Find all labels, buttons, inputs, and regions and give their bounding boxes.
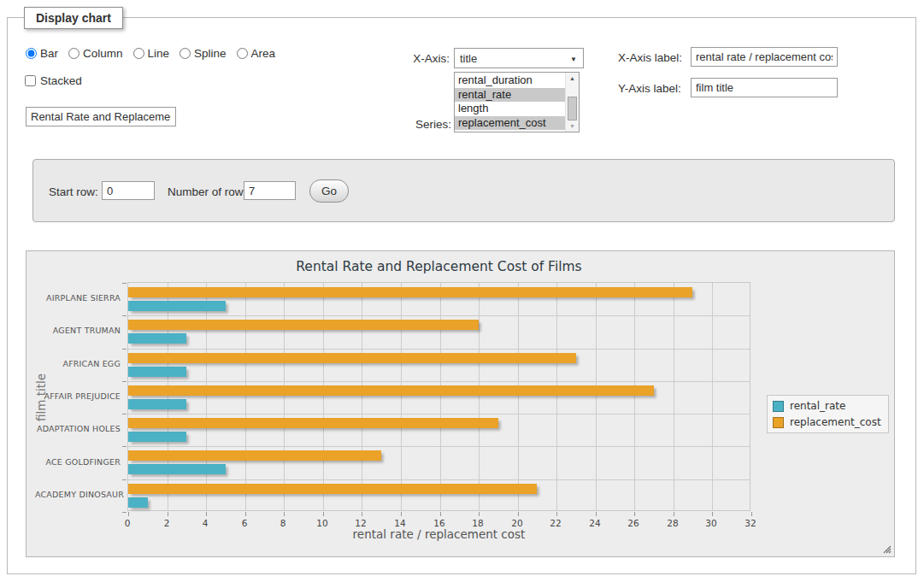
category-label: ADAPTATION HOLES <box>35 424 121 433</box>
chart-type-label: Line <box>148 47 170 60</box>
gridline-vertical <box>284 283 285 510</box>
x-axis-tick <box>712 512 713 516</box>
stacked-checkbox-row[interactable]: Stacked <box>25 74 82 87</box>
bar-replacement_cost <box>128 385 654 396</box>
chart-title-input[interactable] <box>26 107 176 126</box>
chart-type-label: Spline <box>194 47 227 60</box>
series-options: rental_durationrental_ratelengthreplacem… <box>455 73 565 130</box>
y-axis-tick <box>122 479 127 480</box>
y-axis-tick <box>122 283 127 284</box>
bar-replacement_cost <box>128 353 576 363</box>
series-option-rental_rate[interactable]: rental_rate <box>455 88 565 103</box>
chart-type-option-spline[interactable]: Spline <box>180 47 227 60</box>
resize-grip-icon[interactable] <box>881 544 892 554</box>
x-axis-tick <box>596 512 597 516</box>
category-label: AFRICAN EGG <box>35 359 121 368</box>
x-axis-select[interactable]: title ▼ <box>454 48 584 68</box>
x-axis-tick <box>245 512 246 516</box>
gridline-horizontal <box>128 315 750 316</box>
x-axis-label-input[interactable] <box>691 47 838 67</box>
gridline-horizontal <box>128 479 750 480</box>
gridline-vertical <box>596 283 597 510</box>
x-axis-tick <box>128 512 129 516</box>
category-label: ACE GOLDFINGER <box>35 457 121 467</box>
x-axis-tick <box>323 512 324 516</box>
bar-rental_rate <box>128 432 186 442</box>
gridline-vertical <box>634 283 635 510</box>
x-axis-tick <box>284 512 285 516</box>
chart-panel: Rental Rate and Replacement Cost of Film… <box>26 250 895 557</box>
gridline-vertical <box>440 283 441 510</box>
chart-type-radio-area[interactable] <box>237 48 248 59</box>
chart-type-option-line[interactable]: Line <box>133 47 170 60</box>
category-label: AFFAIR PREJUDICE <box>35 391 121 401</box>
x-axis-tick <box>634 512 635 516</box>
chart-title: Rental Rate and Replacement Cost of Film… <box>127 259 750 274</box>
row-range-panel <box>32 159 895 222</box>
bar-rental_rate <box>128 399 186 409</box>
num-rows-input[interactable] <box>244 181 296 200</box>
bar-rental_rate <box>128 301 226 311</box>
bar-rental_rate <box>128 333 186 344</box>
scroll-down-icon[interactable]: ▼ <box>566 121 579 132</box>
scrollbar-thumb[interactable] <box>568 97 577 121</box>
x-axis-selected-value: title <box>460 52 477 65</box>
chart-type-radio-line[interactable] <box>133 48 144 59</box>
y-axis-label-input[interactable] <box>691 78 838 97</box>
chart-type-radio-column[interactable] <box>68 48 79 59</box>
x-axis-title: rental rate / replacement cost <box>127 527 750 541</box>
legend-label: rental_rate <box>790 400 845 412</box>
x-axis-tick <box>168 512 168 516</box>
y-axis-tick <box>122 446 127 447</box>
start-row-label: Start row: <box>49 185 98 198</box>
page: Display chart BarColumnLineSplineArea St… <box>0 0 924 582</box>
series-list-label: Series: <box>409 118 451 131</box>
gridline-vertical <box>245 283 246 510</box>
gridline-vertical <box>323 283 324 510</box>
chart-type-label: Area <box>251 47 276 60</box>
chart-legend: rental_ratereplacement_cost <box>767 395 889 433</box>
y-axis-tick <box>122 381 127 382</box>
category-label: ACADEMY DINOSAUR <box>35 490 121 499</box>
x-axis-tick <box>362 512 362 516</box>
chart-type-option-column[interactable]: Column <box>68 47 123 60</box>
y-axis-tick <box>122 414 127 414</box>
gridline-horizontal <box>128 446 750 447</box>
legend-label: replacement_cost <box>790 416 881 428</box>
chart-type-option-area[interactable]: Area <box>237 47 276 60</box>
y-axis-tick <box>122 349 127 350</box>
series-option-length[interactable]: length <box>455 102 565 116</box>
series-option-replacement_cost[interactable]: replacement_cost <box>455 116 565 131</box>
bar-replacement_cost <box>128 450 381 461</box>
x-axis-label-text: X-Axis label: <box>618 51 682 64</box>
go-button[interactable]: Go <box>309 179 349 203</box>
gridline-vertical <box>168 283 168 510</box>
category-label: AGENT TRUMAN <box>35 326 121 335</box>
bar-rental_rate <box>128 497 148 508</box>
series-option-rental_duration[interactable]: rental_duration <box>455 73 565 88</box>
x-axis-tick <box>751 512 752 516</box>
gridline-vertical <box>362 283 362 510</box>
start-row-input[interactable] <box>102 181 155 200</box>
stacked-checkbox[interactable] <box>25 75 36 86</box>
gridline-vertical <box>712 283 713 510</box>
gridline-vertical <box>401 283 402 510</box>
legend-swatch-rental_rate-icon <box>773 401 784 412</box>
chart-type-label: Bar <box>40 47 58 60</box>
display-chart-legend: Display chart <box>24 7 123 29</box>
series-scrollbar[interactable]: ▲ ▼ <box>565 73 579 132</box>
chart-type-radio-spline[interactable] <box>180 48 191 59</box>
stacked-label: Stacked <box>40 74 82 87</box>
x-axis-tick <box>674 512 674 516</box>
num-rows-label: Number of rows: <box>168 185 252 198</box>
legend-item-rental_rate: rental_rate <box>773 400 881 412</box>
x-axis-tick <box>556 512 557 516</box>
gridline-horizontal <box>128 414 750 414</box>
y-axis-tick <box>122 512 127 513</box>
x-axis-tick <box>479 512 480 516</box>
gridline-vertical <box>206 283 207 510</box>
chart-type-option-bar[interactable]: Bar <box>26 47 58 60</box>
category-label: AIRPLANE SIERRA <box>35 293 121 303</box>
scroll-up-icon[interactable]: ▲ <box>566 73 579 84</box>
chart-type-radio-bar[interactable] <box>26 48 37 59</box>
